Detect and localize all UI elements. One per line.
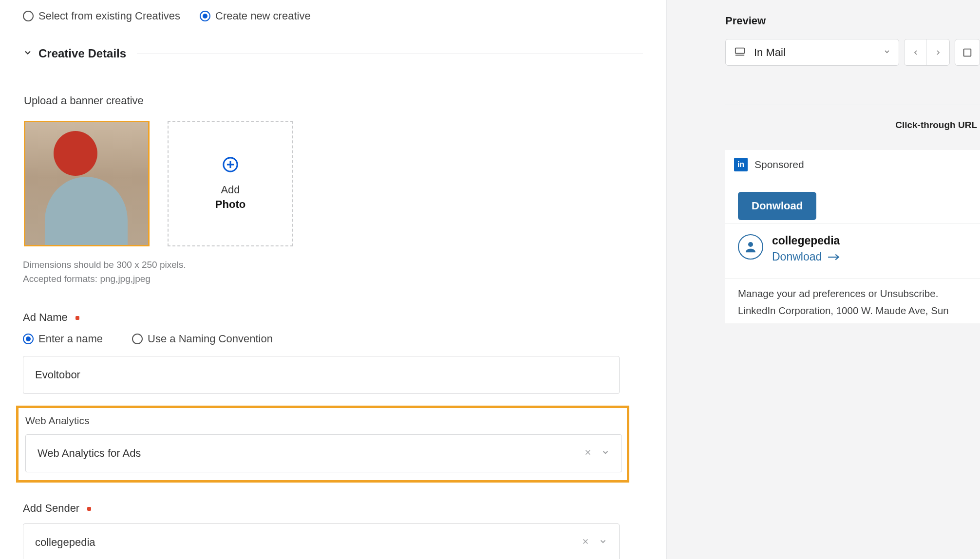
ad-name-value: Evoltobor: [35, 369, 80, 381]
radio-icon: [200, 11, 210, 21]
ad-name-label: Ad Name: [23, 311, 643, 324]
sponsored-row: in Sponsored: [725, 150, 980, 179]
radio-create-new[interactable]: Create new creative: [200, 10, 311, 22]
preview-mode-select[interactable]: In Mail: [725, 39, 899, 66]
radio-icon: [23, 334, 34, 344]
divider: [137, 54, 643, 54]
ad-name-options: Enter a name Use a Naming Convention: [23, 333, 643, 345]
ad-preview: Click-through URL in Sponsored Donwload …: [725, 105, 980, 323]
next-button[interactable]: [927, 39, 949, 65]
radio-select-existing-label: Select from existing Creatives: [38, 10, 180, 22]
creative-source-options: Select from existing Creatives Create ne…: [23, 10, 643, 22]
manage-line2: LinkedIn Corporation, 1000 W. Maude Ave,…: [738, 302, 967, 319]
web-analytics-label: Web Analytics: [25, 415, 620, 427]
ad-name-block: Ad Name Enter a name Use a Naming Conven…: [23, 311, 643, 394]
expand-button[interactable]: [955, 39, 980, 66]
web-analytics-block: Web Analytics Web Analytics for Ads: [16, 406, 629, 483]
chevron-down-icon[interactable]: [601, 447, 610, 460]
dimensions-note: Dimensions should be 300 x 250 pixels. A…: [23, 258, 643, 286]
profile-link[interactable]: Donwload: [772, 250, 840, 263]
upload-banner-label: Upload a banner creative: [24, 94, 643, 107]
creative-details-header[interactable]: Creative Details: [23, 47, 643, 60]
radio-icon: [132, 334, 143, 344]
chevron-down-icon: [23, 48, 33, 60]
add-photo-text1: Add: [221, 184, 240, 196]
radio-icon: [23, 11, 34, 21]
radio-enter-name[interactable]: Enter a name: [23, 333, 103, 345]
desktop-icon: [734, 46, 746, 59]
profile-row: collegepedia Donwload: [725, 223, 980, 278]
preview-controls: In Mail: [725, 39, 980, 66]
ad-name-input[interactable]: Evoltobor: [23, 356, 620, 394]
plus-circle-icon: [222, 156, 239, 173]
preview-mode-label: In Mail: [754, 46, 875, 59]
radio-naming-convention-label: Use a Naming Convention: [148, 333, 273, 345]
radio-naming-convention[interactable]: Use a Naming Convention: [132, 333, 273, 345]
required-icon: [87, 507, 91, 511]
profile-link-text: Donwload: [772, 250, 822, 263]
banner-thumbnail[interactable]: [24, 121, 150, 246]
svg-point-10: [748, 242, 753, 247]
avatar-icon: [738, 234, 763, 260]
prev-button[interactable]: [905, 39, 927, 65]
manage-preferences: Manage your ad preferences or Unsubscrib…: [725, 278, 980, 323]
linkedin-icon: in: [734, 158, 748, 171]
clear-icon[interactable]: [581, 536, 590, 549]
select-controls: [581, 536, 607, 549]
dim-line2: Accepted formats: png,jpg,jpeg: [23, 272, 643, 286]
add-photo-button[interactable]: Add Photo: [168, 121, 293, 246]
radio-create-new-label: Create new creative: [215, 10, 311, 22]
add-sender-select[interactable]: collegepedia: [23, 523, 620, 559]
required-icon: [75, 316, 79, 320]
add-sender-value: collegepedia: [35, 536, 95, 549]
chevron-down-icon[interactable]: [599, 536, 607, 549]
svg-rect-7: [735, 48, 744, 53]
upload-row: Add Photo: [24, 121, 643, 246]
chevron-down-icon: [883, 48, 891, 57]
add-sender-label-text: Add Sender: [23, 502, 79, 514]
preview-title: Preview: [725, 15, 980, 27]
radio-enter-name-label: Enter a name: [38, 333, 103, 345]
add-sender-label: Add Sender: [23, 502, 643, 515]
select-controls: [584, 447, 610, 460]
cta-area: Donwload: [725, 179, 980, 223]
ad-name-label-text: Ad Name: [23, 311, 68, 323]
web-analytics-value: Web Analytics for Ads: [38, 447, 141, 460]
section-title: Creative Details: [38, 47, 126, 60]
dim-line1: Dimensions should be 300 x 250 pixels.: [23, 258, 643, 272]
sponsored-label: Sponsored: [754, 159, 804, 170]
click-through-url-label: Click-through URL: [725, 120, 980, 130]
add-sender-block: Add Sender collegepedia: [23, 502, 643, 559]
add-photo-text2: Photo: [215, 198, 245, 211]
preview-panel: Preview In Mail Click-through URL in Spo: [666, 0, 980, 559]
radio-select-existing[interactable]: Select from existing Creatives: [23, 10, 180, 22]
svg-rect-9: [964, 49, 971, 56]
preview-nav: [904, 39, 950, 66]
web-analytics-select[interactable]: Web Analytics for Ads: [25, 434, 622, 472]
manage-line1: Manage your ad preferences or Unsubscrib…: [738, 285, 967, 302]
cta-button[interactable]: Donwload: [738, 192, 816, 220]
profile-name: collegepedia: [772, 234, 840, 247]
clear-icon[interactable]: [584, 447, 592, 460]
